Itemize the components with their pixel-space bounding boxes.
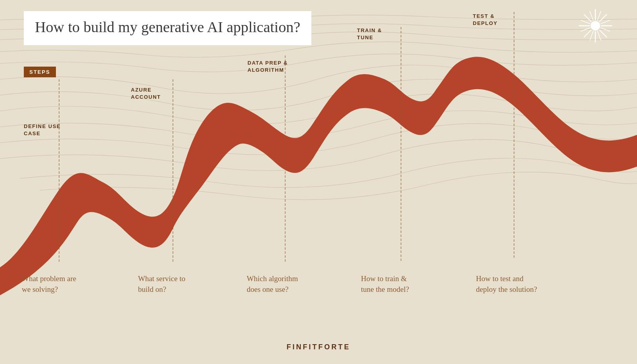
svg-line-8 (584, 14, 591, 22)
starburst-icon (578, 8, 613, 44)
dashed-line-5 (514, 12, 514, 258)
svg-line-7 (584, 30, 591, 37)
svg-point-0 (591, 21, 600, 31)
wave-chart (0, 0, 637, 364)
svg-line-13 (590, 31, 593, 40)
step-train-tune: TRAIN &TUNE (357, 27, 382, 41)
step-data-prep: DATA PREP &ALGORITHM (248, 59, 288, 74)
svg-line-14 (581, 28, 590, 31)
question-1: What problem arewe solving? (22, 274, 76, 295)
step-define-use-case: DEFINE USECASE (24, 123, 61, 137)
svg-line-16 (590, 11, 593, 21)
question-4: How to train &tune the model? (361, 274, 409, 295)
svg-line-6 (599, 30, 607, 37)
svg-line-11 (601, 28, 610, 31)
steps-badge: STEPS (24, 67, 56, 77)
svg-line-5 (599, 14, 607, 22)
main-title: How to build my generative AI applicatio… (35, 18, 300, 36)
brand-name: FINFITFORTE (287, 343, 351, 351)
dashed-line-4 (401, 27, 401, 261)
dashed-line-3 (285, 56, 286, 262)
dashed-line-1 (59, 79, 59, 262)
dashed-line-2 (173, 79, 173, 262)
step-azure-account: AZUREACCOUNT (131, 86, 161, 101)
svg-line-12 (597, 31, 601, 40)
question-3: Which algorithmdoes one use? (247, 274, 298, 295)
svg-line-15 (581, 20, 590, 24)
svg-line-9 (597, 11, 601, 21)
title-box: How to build my generative AI applicatio… (24, 11, 311, 45)
question-2: What service tobuild on? (138, 274, 185, 295)
question-5: How to test anddeploy the solution? (476, 274, 537, 295)
step-test-deploy: TEST &DEPLOY (473, 13, 497, 27)
svg-line-10 (601, 20, 610, 24)
